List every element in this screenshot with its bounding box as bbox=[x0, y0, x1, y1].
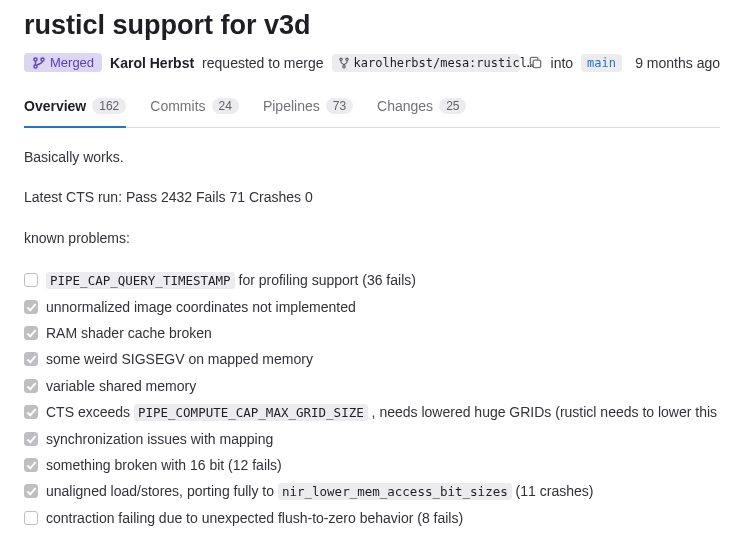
task-item: unnormalized image coordinates not imple… bbox=[24, 294, 720, 320]
task-text: contraction failing due to unexpected fl… bbox=[46, 507, 463, 529]
task-text: variable shared memory bbox=[46, 375, 196, 397]
task-checkbox[interactable] bbox=[24, 458, 38, 472]
description: Basically works. Latest CTS run: Pass 24… bbox=[24, 128, 720, 536]
tab-count: 25 bbox=[439, 98, 466, 114]
task-checkbox[interactable] bbox=[24, 273, 38, 287]
status-text: Merged bbox=[50, 55, 94, 70]
task-item: some weird SIGSEGV on mapped memory bbox=[24, 346, 720, 372]
task-checkbox[interactable] bbox=[24, 511, 38, 525]
task-item: variable shared memory bbox=[24, 373, 720, 399]
task-list: PIPE_CAP_QUERY_TIMESTAMP for profiling s… bbox=[24, 267, 720, 536]
svg-point-4 bbox=[345, 58, 347, 60]
code-inline: nir_lower_mem_access_bit_sizes bbox=[278, 483, 512, 500]
task-item: CTS exceeds PIPE_COMPUTE_CAP_MAX_GRID_SI… bbox=[24, 399, 720, 425]
task-item: PIPE_CAP_QUERY_TIMESTAMP for profiling s… bbox=[24, 267, 720, 293]
task-checkbox[interactable] bbox=[24, 484, 38, 498]
task-item: synchronization issues with mapping bbox=[24, 426, 720, 452]
merge-request-meta: Merged Karol Herbst requested to merge k… bbox=[24, 53, 720, 72]
tab-count: 24 bbox=[212, 98, 239, 114]
task-text: CTS exceeds PIPE_COMPUTE_CAP_MAX_GRID_SI… bbox=[46, 401, 717, 423]
tab-overview[interactable]: Overview162 bbox=[24, 88, 126, 128]
task-text: something broken with 16 bit (12 fails) bbox=[46, 454, 282, 476]
tab-count: 73 bbox=[326, 98, 353, 114]
tab-pipelines[interactable]: Pipelines73 bbox=[263, 88, 353, 128]
svg-point-0 bbox=[34, 57, 37, 60]
merge-icon bbox=[32, 56, 46, 70]
task-checkbox[interactable] bbox=[24, 432, 38, 446]
tab-changes[interactable]: Changes25 bbox=[377, 88, 466, 128]
task-text: RAM shader cache broken bbox=[46, 322, 212, 344]
body-paragraph: Latest CTS run: Pass 2432 Fails 71 Crash… bbox=[24, 186, 720, 208]
task-item: RAM shader cache broken bbox=[24, 320, 720, 346]
requested-text: requested to merge bbox=[202, 55, 323, 71]
svg-rect-6 bbox=[533, 60, 541, 68]
tab-label: Commits bbox=[150, 98, 205, 114]
status-badge: Merged bbox=[24, 53, 102, 72]
svg-point-5 bbox=[342, 65, 344, 67]
tab-label: Pipelines bbox=[263, 98, 320, 114]
task-text: unnormalized image coordinates not imple… bbox=[46, 296, 356, 318]
task-text: some weird SIGSEGV on mapped memory bbox=[46, 348, 313, 370]
task-item: contraction failing due to unexpected fl… bbox=[24, 505, 720, 531]
task-item: nir_op_bit_count lowering missing in nir… bbox=[24, 531, 720, 536]
task-text: unaligned load/stores, porting fully to … bbox=[46, 480, 593, 502]
task-item: something broken with 16 bit (12 fails) bbox=[24, 452, 720, 478]
time-ago: 9 months ago bbox=[635, 55, 720, 71]
body-paragraph: Basically works. bbox=[24, 146, 720, 168]
tab-label: Changes bbox=[377, 98, 433, 114]
tabs: Overview162Commits24Pipelines73Changes25 bbox=[24, 88, 720, 128]
into-text: into bbox=[551, 55, 574, 71]
task-text: PIPE_CAP_QUERY_TIMESTAMP for profiling s… bbox=[46, 269, 416, 291]
task-checkbox[interactable] bbox=[24, 379, 38, 393]
tab-label: Overview bbox=[24, 98, 86, 114]
svg-point-1 bbox=[34, 64, 37, 67]
task-checkbox[interactable] bbox=[24, 352, 38, 366]
page-title: rusticl support for v3d bbox=[24, 10, 720, 41]
task-checkbox[interactable] bbox=[24, 326, 38, 340]
svg-point-2 bbox=[41, 57, 44, 60]
tab-commits[interactable]: Commits24 bbox=[150, 88, 239, 128]
source-branch-name: karolherbst/mesa:rusticl… bbox=[354, 56, 535, 70]
body-paragraph: known problems: bbox=[24, 227, 720, 249]
source-branch[interactable]: karolherbst/mesa:rusticl… bbox=[332, 54, 520, 72]
task-item: unaligned load/stores, porting fully to … bbox=[24, 478, 720, 504]
target-branch[interactable]: main bbox=[581, 54, 622, 72]
task-checkbox[interactable] bbox=[24, 405, 38, 419]
svg-point-3 bbox=[339, 58, 341, 60]
copy-branch-button[interactable] bbox=[528, 55, 543, 70]
code-inline: PIPE_COMPUTE_CAP_MAX_GRID_SIZE bbox=[134, 404, 368, 421]
author-link[interactable]: Karol Herbst bbox=[110, 55, 194, 71]
tab-count: 162 bbox=[92, 98, 126, 114]
task-text: synchronization issues with mapping bbox=[46, 428, 273, 450]
fork-icon bbox=[338, 57, 350, 69]
code-inline: PIPE_CAP_QUERY_TIMESTAMP bbox=[46, 272, 235, 289]
task-checkbox[interactable] bbox=[24, 300, 38, 314]
